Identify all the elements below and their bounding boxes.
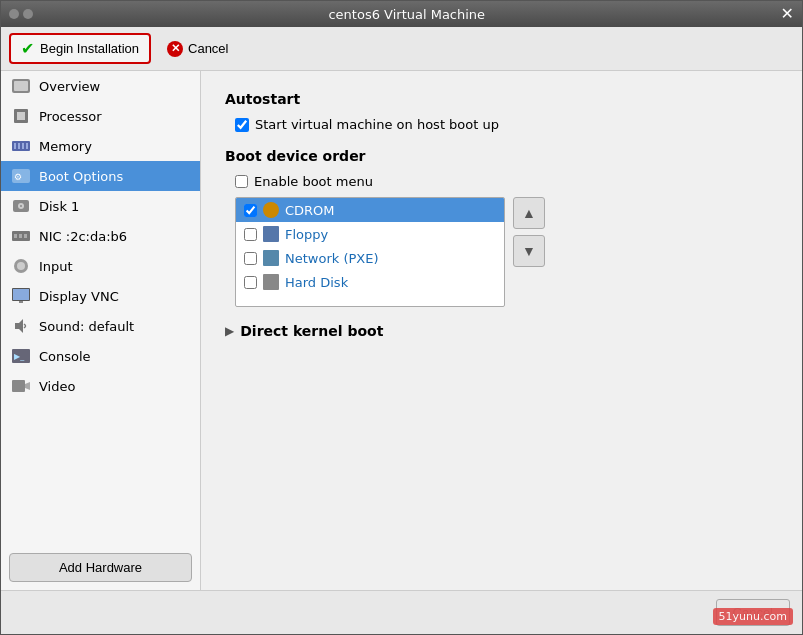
console-icon: ▶_ bbox=[11, 346, 31, 366]
add-hardware-button[interactable]: Add Hardware bbox=[9, 553, 192, 582]
enable-boot-menu-checkbox[interactable] bbox=[235, 175, 248, 188]
cancel-toolbar-label: Cancel bbox=[188, 41, 228, 56]
sidebar-label-disk: Disk 1 bbox=[39, 199, 79, 214]
overview-icon bbox=[11, 76, 31, 96]
video-icon bbox=[11, 376, 31, 396]
close-button[interactable]: ✕ bbox=[781, 6, 794, 22]
autostart-row: Start virtual machine on host boot up bbox=[235, 117, 778, 132]
autostart-checkbox[interactable] bbox=[235, 118, 249, 132]
autostart-label: Start virtual machine on host boot up bbox=[255, 117, 499, 132]
sidebar-items: Overview Processor Memory ⚙ bbox=[1, 71, 200, 545]
direct-kernel-header[interactable]: ▶ Direct kernel boot bbox=[225, 323, 778, 339]
svg-rect-26 bbox=[12, 380, 25, 392]
cancel-toolbar-button[interactable]: ✕ Cancel bbox=[159, 37, 236, 61]
svg-rect-7 bbox=[22, 143, 24, 149]
titlebar-dot-1 bbox=[9, 9, 19, 19]
main-window: centos6 Virtual Machine ✕ ✔ Begin Instal… bbox=[0, 0, 803, 635]
sidebar-item-memory[interactable]: Memory bbox=[1, 131, 200, 161]
svg-marker-23 bbox=[15, 319, 23, 333]
sidebar-item-nic[interactable]: NIC :2c:da:b6 bbox=[1, 221, 200, 251]
titlebar-left bbox=[9, 9, 33, 19]
processor-icon bbox=[11, 106, 31, 126]
sidebar-label-console: Console bbox=[39, 349, 91, 364]
boot-item-cdrom[interactable]: CDROM bbox=[236, 198, 504, 222]
sidebar-label-input: Input bbox=[39, 259, 73, 274]
sidebar-item-sound[interactable]: Sound: default bbox=[1, 311, 200, 341]
svg-rect-17 bbox=[24, 234, 27, 238]
arrow-buttons: ▲ ▼ bbox=[513, 197, 545, 267]
boot-item-cdrom-checkbox[interactable] bbox=[244, 204, 257, 217]
svg-text:▶_: ▶_ bbox=[14, 352, 25, 361]
sidebar-label-display: Display VNC bbox=[39, 289, 119, 304]
sidebar-item-console[interactable]: ▶_ Console bbox=[1, 341, 200, 371]
titlebar-dot-2 bbox=[23, 9, 33, 19]
autostart-title: Autostart bbox=[225, 91, 778, 107]
svg-point-13 bbox=[20, 205, 22, 207]
svg-rect-1 bbox=[14, 81, 28, 91]
boot-device-list: CDROM Floppy Network (PXE) bbox=[235, 197, 505, 307]
boot-item-harddisk[interactable]: Hard Disk bbox=[236, 270, 504, 294]
sidebar-item-input[interactable]: Input bbox=[1, 251, 200, 281]
network-icon bbox=[263, 250, 279, 266]
disk-icon bbox=[11, 196, 31, 216]
sidebar-label-boot: Boot Options bbox=[39, 169, 123, 184]
begin-installation-button[interactable]: ✔ Begin Installation bbox=[9, 33, 151, 64]
content-area: Autostart Start virtual machine on host … bbox=[201, 71, 802, 590]
boot-item-network[interactable]: Network (PXE) bbox=[236, 246, 504, 270]
sidebar-label-processor: Processor bbox=[39, 109, 102, 124]
svg-rect-16 bbox=[19, 234, 22, 238]
floppy-icon bbox=[263, 226, 279, 242]
svg-rect-5 bbox=[14, 143, 16, 149]
svg-rect-8 bbox=[26, 143, 28, 149]
boot-item-cdrom-label: CDROM bbox=[285, 203, 335, 218]
boot-item-network-checkbox[interactable] bbox=[244, 252, 257, 265]
boot-item-floppy-checkbox[interactable] bbox=[244, 228, 257, 241]
svg-point-19 bbox=[17, 262, 25, 270]
sidebar-label-memory: Memory bbox=[39, 139, 92, 154]
boot-icon: ⚙ bbox=[11, 166, 31, 186]
main-content: Overview Processor Memory ⚙ bbox=[1, 71, 802, 590]
svg-rect-21 bbox=[13, 289, 29, 300]
expand-icon: ▶ bbox=[225, 324, 234, 338]
sound-icon bbox=[11, 316, 31, 336]
boot-item-floppy[interactable]: Floppy bbox=[236, 222, 504, 246]
sidebar-label-video: Video bbox=[39, 379, 75, 394]
boot-item-harddisk-label: Hard Disk bbox=[285, 275, 348, 290]
titlebar: centos6 Virtual Machine ✕ bbox=[1, 1, 802, 27]
boot-list-container: CDROM Floppy Network (PXE) bbox=[235, 197, 778, 307]
window-title: centos6 Virtual Machine bbox=[328, 7, 485, 22]
svg-text:⚙: ⚙ bbox=[14, 172, 22, 182]
sidebar-item-video[interactable]: Video bbox=[1, 371, 200, 401]
sidebar-item-overview[interactable]: Overview bbox=[1, 71, 200, 101]
svg-rect-15 bbox=[14, 234, 17, 238]
check-icon: ✔ bbox=[21, 39, 34, 58]
input-icon bbox=[11, 256, 31, 276]
sidebar-item-disk[interactable]: Disk 1 bbox=[1, 191, 200, 221]
sidebar-item-boot[interactable]: ⚙ Boot Options bbox=[1, 161, 200, 191]
arrow-up-button[interactable]: ▲ bbox=[513, 197, 545, 229]
svg-rect-6 bbox=[18, 143, 20, 149]
svg-rect-22 bbox=[19, 301, 23, 303]
boot-item-floppy-label: Floppy bbox=[285, 227, 328, 242]
watermark: 51yunu.com bbox=[713, 608, 793, 625]
enable-boot-menu-label: Enable boot menu bbox=[254, 174, 373, 189]
display-icon bbox=[11, 286, 31, 306]
cancel-icon: ✕ bbox=[167, 41, 183, 57]
sidebar-label-nic: NIC :2c:da:b6 bbox=[39, 229, 127, 244]
harddisk-icon bbox=[263, 274, 279, 290]
toolbar: ✔ Begin Installation ✕ Cancel bbox=[1, 27, 802, 71]
sidebar-label-overview: Overview bbox=[39, 79, 100, 94]
footer: Cancel bbox=[1, 590, 802, 634]
svg-rect-3 bbox=[17, 112, 25, 120]
cdrom-icon bbox=[263, 202, 279, 218]
boot-item-network-label: Network (PXE) bbox=[285, 251, 379, 266]
boot-item-harddisk-checkbox[interactable] bbox=[244, 276, 257, 289]
sidebar-item-processor[interactable]: Processor bbox=[1, 101, 200, 131]
titlebar-dots bbox=[9, 9, 33, 19]
enable-boot-row: Enable boot menu bbox=[235, 174, 778, 189]
sidebar-item-display[interactable]: Display VNC bbox=[1, 281, 200, 311]
svg-marker-27 bbox=[25, 382, 30, 390]
begin-installation-label: Begin Installation bbox=[40, 41, 139, 56]
sidebar-label-sound: Sound: default bbox=[39, 319, 134, 334]
arrow-down-button[interactable]: ▼ bbox=[513, 235, 545, 267]
